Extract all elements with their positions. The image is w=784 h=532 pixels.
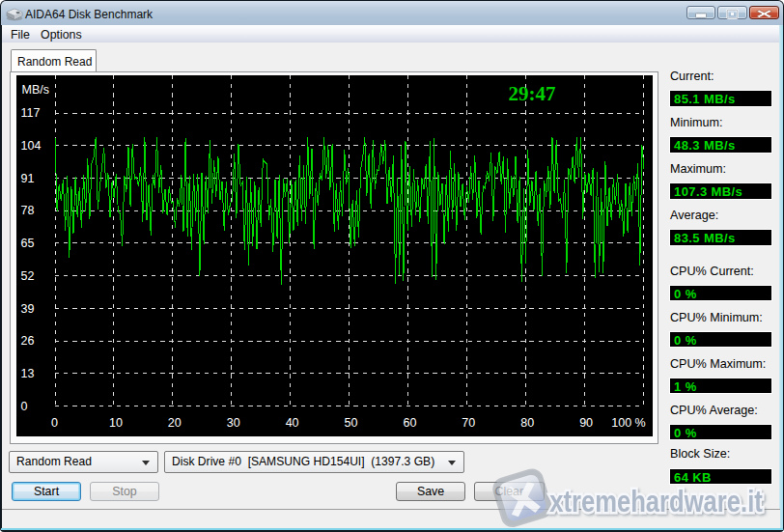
svg-text:91: 91 xyxy=(21,172,35,185)
svg-text:0: 0 xyxy=(51,416,58,430)
svg-text:117: 117 xyxy=(21,106,41,120)
svg-text:20: 20 xyxy=(168,416,182,430)
svg-text:50: 50 xyxy=(345,416,358,430)
svg-text:90: 90 xyxy=(579,416,593,430)
svg-text:0: 0 xyxy=(21,400,28,413)
svg-text:40: 40 xyxy=(286,416,299,430)
svg-text:104: 104 xyxy=(21,139,42,153)
svg-text:MB/s: MB/s xyxy=(22,83,49,97)
svg-text:52: 52 xyxy=(21,269,35,283)
svg-text:100 %: 100 % xyxy=(611,416,645,430)
svg-text:60: 60 xyxy=(403,416,416,430)
svg-text:30: 30 xyxy=(227,416,240,430)
svg-text:29:47: 29:47 xyxy=(509,82,556,105)
svg-text:39: 39 xyxy=(21,302,35,316)
svg-text:70: 70 xyxy=(462,416,475,430)
svg-text:13: 13 xyxy=(21,367,35,380)
svg-text:78: 78 xyxy=(21,204,35,217)
svg-text:65: 65 xyxy=(21,237,35,250)
svg-text:80: 80 xyxy=(520,416,534,430)
svg-text:10: 10 xyxy=(109,416,123,430)
svg-text:26: 26 xyxy=(21,334,35,348)
